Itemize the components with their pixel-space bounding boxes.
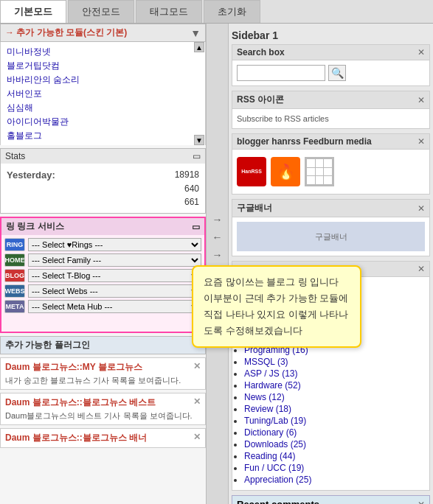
stats-yesterday-value: 18918 [175, 169, 199, 181]
tooltip-text: 요즘 많이쓰는 블로그 링 입니다 이부분이 근데 추가 가능한 모듈에 직접 … [204, 276, 348, 336]
daum-title-label-2: Daum 블로그뉴스::블로그뉴스 배너 [5, 432, 147, 444]
ring-row-rings: RING --- Select ♥Rings --- [4, 238, 201, 251]
modules-section: → 추가 가능한 모듈(스킨 기본) ▼ 미니바정넷 블로거팁닷컴 바바리안의 … [0, 24, 206, 145]
modules-collapse-btn[interactable]: ▼ [190, 27, 201, 39]
category-link[interactable]: MSSQL (3) [244, 357, 288, 367]
category-link[interactable]: Downloads (25) [244, 439, 306, 449]
daum-section-1: Daum 블로그뉴스::블로그뉴스 베스트 ✕ Daum블로그뉴스의 베스트 기… [0, 393, 206, 425]
widget-search: Search box ✕ 🔍 [232, 44, 430, 86]
category-link[interactable]: Review (18) [244, 404, 291, 414]
list-item: Hardware (52) [244, 379, 425, 391]
widget-google-close[interactable]: ✕ [418, 203, 425, 214]
widget-rss-close[interactable]: ✕ [418, 95, 425, 105]
ring-row-family: HOME --- Select Family --- [4, 253, 201, 267]
ring-header-label: 링 링크 서비스 [6, 220, 64, 233]
plugin-section: 추가 가능한 플러그인 [0, 336, 206, 354]
left-panel: → 추가 가능한 모듈(스킨 기본) ▼ 미니바정넷 블로거팁닷컴 바바리안의 … [0, 24, 207, 504]
widget-feedburn-close[interactable]: ✕ [418, 136, 425, 147]
ring-select-webs[interactable]: --- Select Webs --- [28, 284, 201, 298]
category-link[interactable]: Appreciation (25) [244, 475, 311, 485]
daum-title-2: Daum 블로그뉴스::블로그뉴스 배너 ✕ [5, 432, 201, 444]
plugin-header-label: 추가 가능한 플러그인 [5, 340, 90, 350]
list-item: Reading (44) [244, 450, 425, 462]
list-item: Fun / UCC (19) [244, 462, 425, 474]
stats-total-value: 661 [184, 197, 199, 207]
widget-google-title: 구글배너 [237, 202, 272, 214]
list-item[interactable]: 아이디어박물관 [7, 115, 199, 129]
daum-title-label-1: Daum 블로그뉴스::블로그뉴스 베스트 [5, 396, 156, 409]
ring-select-blog[interactable]: --- Select T-Blog --- [28, 269, 201, 282]
widget-rss: RSS 아이콘 ✕ Subscribe to RSS articles [232, 91, 430, 129]
ring-icon-blog: BLOG [4, 269, 25, 282]
ring-select-family[interactable]: --- Select Family --- [28, 253, 201, 267]
stats-total-row: 661 [7, 195, 199, 209]
top-tabs-bar: 기본모드 안전모드 태그모드 초기화 [0, 0, 433, 24]
arrow-right-2[interactable]: → [212, 249, 223, 261]
ring-header: 링 링크 서비스 ▭ [1, 218, 204, 235]
daum-sections: Daum 블로그뉴스::MY 블로그뉴스 ✕ 내가 송고한 블로그뉴스 기사 목… [0, 354, 206, 448]
ring-scroll-down: ▼ [1, 318, 204, 332]
rss-subscribe-text: Subscribe to RSS articles [237, 114, 329, 123]
daum-close-2[interactable]: ✕ [193, 432, 201, 444]
stats-collapse-btn[interactable]: ▭ [193, 151, 201, 161]
list-item[interactable]: 블로거팁닷컴 [7, 59, 199, 73]
widget-google: 구글배너 ✕ 구글배너 [232, 199, 430, 256]
ring-select-rings[interactable]: --- Select ♥Rings --- [28, 238, 201, 251]
recent-comments-header: Recent comments ✕ [232, 495, 430, 504]
search-button[interactable]: 🔍 [328, 65, 346, 81]
list-item: Appreciation (25) [244, 474, 425, 486]
stats-today-row: 640 [7, 182, 199, 195]
list-item[interactable]: 홀블로그 [7, 129, 199, 143]
list-item[interactable]: 바바리안의 숨소리 [7, 73, 199, 87]
ring-body: RING --- Select ♥Rings --- HOME --- Sele… [1, 235, 204, 318]
list-item: News (12) [244, 391, 425, 403]
list-item: Downloads (25) [244, 438, 425, 450]
category-link[interactable]: Dictionary (6) [244, 427, 297, 438]
ring-row-blog: BLOG --- Select T-Blog --- [4, 269, 201, 282]
stats-yesterday-row: Yesterday: 18918 [7, 168, 199, 182]
ring-collapse-btn[interactable]: ▭ [192, 222, 200, 232]
search-input[interactable] [237, 65, 325, 81]
list-item[interactable]: 미니바정넷 [7, 45, 199, 59]
list-item[interactable]: 심심해 [7, 101, 199, 115]
module-scroll-down[interactable]: ▼ [194, 135, 204, 145]
daum-desc-0: 내가 송고한 블로그뉴스 기사 목록을 보여줍니다. [5, 375, 201, 386]
arrow-right-1[interactable]: → [212, 214, 223, 225]
daum-title-label-0: Daum 블로그뉴스::MY 블로그뉴스 [5, 361, 142, 374]
tab-tag[interactable]: 태그모드 [136, 0, 202, 23]
daum-close-1[interactable]: ✕ [193, 396, 201, 409]
category-link[interactable]: ASP / JS (13) [244, 368, 297, 379]
recent-comments-close[interactable]: ✕ [418, 500, 425, 505]
list-item: Tuning/Lab (19) [244, 415, 425, 427]
widget-search-close[interactable]: ✕ [418, 47, 425, 57]
stats-label: Stats [5, 151, 25, 161]
module-scroll-up[interactable]: ▲ [194, 42, 204, 52]
widget-feedburn-title: blogger hanrss Feedburn media [237, 136, 372, 147]
category-link[interactable]: Tuning/Lab (19) [244, 416, 306, 426]
ring-select-meta[interactable]: --- Select Meta Hub --- [28, 300, 201, 313]
tooltip-bubble: 요즘 많이쓰는 블로그 링 입니다 이부분이 근데 추가 가능한 모듈에 직접 … [192, 265, 361, 348]
widget-feedburn: blogger hanrss Feedburn media ✕ HanRSS 🔥 [232, 133, 430, 195]
category-link[interactable]: Hardware (52) [244, 380, 301, 391]
widget-search-header: Search box ✕ [232, 45, 429, 60]
list-item[interactable]: 서버인포 [7, 87, 199, 101]
ring-section: 링 링크 서비스 ▭ RING --- Select ♥Rings --- HO… [0, 217, 206, 333]
widget-feedburn-body: HanRSS 🔥 [232, 150, 429, 194]
widget-rss-title: RSS 아이콘 [237, 94, 284, 106]
daum-title-0: Daum 블로그뉴스::MY 블로그뉴스 ✕ [5, 361, 201, 374]
daum-close-0[interactable]: ✕ [193, 361, 201, 374]
module-list: 미니바정넷 블로거팁닷컴 바바리안의 숨소리 서버인포 심심해 아이디어박물관 … [0, 42, 206, 145]
daum-section-0: Daum 블로그뉴스::MY 블로그뉴스 ✕ 내가 송고한 블로그뉴스 기사 목… [0, 357, 206, 390]
feedburner-icon: 🔥 [271, 157, 300, 186]
list-item[interactable]: 즐거운 쇼핑몰 [7, 143, 199, 145]
modules-header-label: → 추가 가능한 모듈(스킨 기본) [5, 27, 127, 39]
tab-init[interactable]: 초기화 [204, 0, 260, 23]
tab-basic[interactable]: 기본모드 [0, 0, 66, 23]
widget-google-header: 구글배너 ✕ [232, 200, 429, 217]
category-link[interactable]: Fun / UCC (19) [244, 463, 304, 473]
category-link[interactable]: News (12) [244, 392, 285, 402]
arrow-left-1[interactable]: ← [212, 231, 223, 243]
widget-categories-close[interactable]: ✕ [418, 264, 425, 274]
tab-safe[interactable]: 안전모드 [68, 0, 134, 23]
category-link[interactable]: Reading (44) [244, 451, 295, 461]
